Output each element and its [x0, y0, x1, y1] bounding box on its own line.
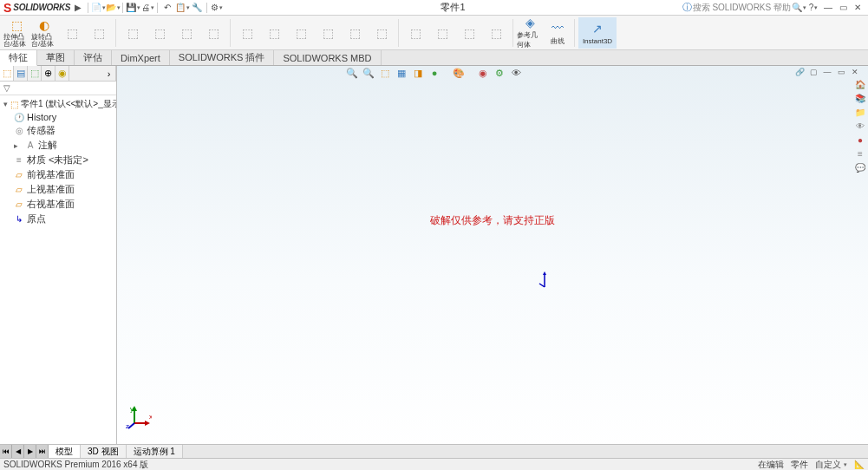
help-button[interactable]: ?▾	[806, 2, 820, 14]
coordinate-triad-icon: x y z	[126, 404, 152, 430]
tab-scroll-last-button[interactable]: ⏭	[36, 445, 49, 458]
taskpane-explorer-icon[interactable]: 📁	[854, 106, 866, 118]
zoom-area-icon[interactable]: 🔍	[362, 66, 375, 80]
minimize-button[interactable]: —	[821, 2, 835, 14]
taskpane-appearance-icon[interactable]: ●	[854, 134, 866, 146]
status-bar: SOLIDWORKS Premium 2016 x64 版 在编辑 零件 自定义…	[0, 458, 868, 470]
tree-item-history[interactable]: 🕐 History	[2, 111, 114, 123]
taskpane-forum-icon[interactable]: 💬	[854, 161, 866, 173]
vp-other-icon[interactable]: ▢	[807, 66, 819, 78]
revolve-icon: ◐	[36, 17, 53, 33]
disabled-btn-15: ⬚	[456, 17, 482, 49]
status-editing: 在编辑	[758, 459, 784, 471]
taskpane-library-icon[interactable]: 📚	[854, 92, 866, 104]
tree-item-annotations[interactable]: ▸ A 注解	[2, 138, 114, 153]
display-style-icon[interactable]: ▦	[395, 66, 408, 80]
disabled-btn-3: ⬚	[120, 17, 146, 49]
filter-icon[interactable]: ▽	[3, 83, 10, 93]
status-version: SOLIDWORKS Premium 2016 x64 版	[3, 459, 758, 471]
bottom-tab-3dview[interactable]: 3D 视图	[81, 445, 127, 458]
taskpane-home-icon[interactable]: 🏠	[854, 78, 866, 90]
expand-icon[interactable]: ▸	[14, 141, 23, 150]
scene-icon[interactable]: ●	[427, 66, 441, 80]
ribbon: ⬚ 拉伸凸台/基体 ◐ 旋转凸台/基体 ⬚ ⬚ ⬚ ⬚ ⬚ ⬚ ⬚ ⬚ ⬚ ⬚ …	[0, 16, 868, 50]
rebuild-button[interactable]: 🔧	[190, 2, 204, 14]
tab-addins[interactable]: SOLIDWORKS 插件	[170, 50, 275, 65]
disabled-btn-16: ⬚	[483, 17, 509, 49]
view-orient-icon[interactable]: ⬚	[378, 66, 392, 80]
tree-root-label: 零件1 (默认<<默认>_显示状态 1>)	[21, 98, 116, 110]
titlebar-right: ⓘ 搜索 SOLIDWORKS 帮助 🔍▾ ?▾ — ▭ ✕	[682, 1, 865, 14]
instant3d-button[interactable]: ↗ Instant3D	[578, 17, 617, 49]
tree-label: 传感器	[27, 124, 55, 137]
panel-tab-config[interactable]: ⬚	[28, 66, 42, 81]
revolve-boss-button[interactable]: ◐ 旋转凸台/基体	[31, 17, 57, 49]
extrude-boss-button[interactable]: ⬚ 拉伸凸台/基体	[3, 17, 29, 49]
save-button[interactable]: 💾▾	[126, 2, 140, 14]
panel-filter-row: ▽	[0, 82, 116, 95]
edit-appearance-icon[interactable]: 🎨	[452, 66, 466, 80]
ref-geometry-button[interactable]: ◈ 参考几何体	[517, 17, 543, 49]
tab-evaluate[interactable]: 评估	[75, 50, 112, 65]
taskpane-view-icon[interactable]: 👁	[854, 120, 866, 132]
separator	[157, 3, 158, 13]
disabled-btn-14: ⬚	[429, 17, 455, 49]
options-button[interactable]: ⚙▾	[210, 2, 224, 14]
open-button[interactable]: 📂▾	[106, 2, 120, 14]
tree-item-right-plane[interactable]: ▱ 右视基准面	[2, 197, 114, 212]
instant3d-icon: ↗	[589, 21, 606, 36]
tab-scroll-next-button[interactable]: ▶	[24, 445, 36, 458]
vp-link-icon[interactable]: 🔗	[793, 66, 806, 78]
section-view-icon[interactable]: ◨	[411, 66, 425, 80]
tree-label: 前视基准面	[27, 168, 75, 181]
tree-root[interactable]: ▾ ⬚ 零件1 (默认<<默认>_显示状态 1>)	[2, 97, 114, 111]
tab-scroll-first-button[interactable]: ⏮	[0, 445, 12, 458]
tab-mbd[interactable]: SOLIDWORKS MBD	[274, 50, 381, 65]
sensor-icon: ◎	[14, 126, 24, 136]
plane-icon: ▱	[14, 199, 24, 210]
panel-expand-button[interactable]: ›	[102, 66, 116, 81]
tab-sketch[interactable]: 草图	[37, 50, 75, 65]
panel-tab-display[interactable]: ◉	[55, 66, 69, 81]
vp-restore-button[interactable]: ▭	[835, 66, 847, 78]
disabled-btn-4: ⬚	[147, 17, 173, 49]
apply-scene-icon[interactable]: ◉	[476, 66, 490, 80]
bottom-tab-motion-study[interactable]: 运动算例 1	[127, 445, 183, 458]
tree-item-origin[interactable]: ↳ 原点	[2, 212, 114, 226]
status-unit-icon[interactable]: 📐	[854, 459, 865, 471]
curve-button[interactable]: 〰 曲线	[545, 17, 571, 49]
search-button[interactable]: 🔍▾	[792, 2, 806, 14]
tree-item-sensors[interactable]: ◎ 传感器	[2, 123, 114, 138]
taskpane-property-icon[interactable]: ≡	[854, 147, 866, 160]
status-custom[interactable]: 自定义 ▾	[815, 459, 847, 471]
view-settings-icon[interactable]: ⚙	[493, 66, 506, 80]
tab-dimxpert[interactable]: DimXpert	[112, 50, 170, 65]
tree-item-top-plane[interactable]: ▱ 上视基准面	[2, 182, 114, 197]
panel-tab-feature-tree[interactable]: ⬚	[0, 66, 14, 81]
tab-features[interactable]: 特征	[0, 50, 37, 66]
undo-button[interactable]: ↶	[160, 2, 174, 14]
close-button[interactable]: ✕	[851, 2, 865, 14]
3d-viewport[interactable]: 破解仅供参考，请支持正版 x y z	[117, 66, 868, 454]
svg-marker-6	[145, 421, 150, 426]
redo-button[interactable]: 📋▾	[175, 2, 189, 14]
print-button[interactable]: 🖨▾	[140, 2, 154, 14]
new-button[interactable]: 📄▾	[91, 2, 105, 14]
panel-tab-dimxpert[interactable]: ⊕	[42, 66, 55, 81]
svg-text:z: z	[126, 422, 129, 430]
tab-scroll-prev-button[interactable]: ◀	[12, 445, 24, 458]
zoom-fit-icon[interactable]: 🔍	[345, 66, 359, 80]
search-help-text[interactable]: 搜索 SOLIDWORKS 帮助	[693, 2, 791, 14]
tree-item-front-plane[interactable]: ▱ 前视基准面	[2, 167, 114, 182]
main-area: ⬚ ▤ ⬚ ⊕ ◉ › ▽ ▾ ⬚ 零件1 (默认<<默认>_显示状态 1>) …	[0, 66, 868, 454]
play-button[interactable]: ▶	[71, 2, 85, 14]
vp-minimize-button[interactable]: —	[821, 66, 833, 78]
tree-item-material[interactable]: ≡ 材质 <未指定>	[2, 153, 114, 167]
vp-close-button[interactable]: ✕	[849, 66, 861, 78]
panel-tab-property[interactable]: ▤	[14, 66, 28, 81]
disabled-btn-5: ⬚	[173, 17, 199, 49]
collapse-icon[interactable]: ▾	[3, 100, 8, 108]
restore-button[interactable]: ▭	[836, 2, 850, 14]
hide-show-icon[interactable]: 👁	[509, 66, 523, 80]
bottom-tab-model[interactable]: 模型	[49, 445, 81, 458]
